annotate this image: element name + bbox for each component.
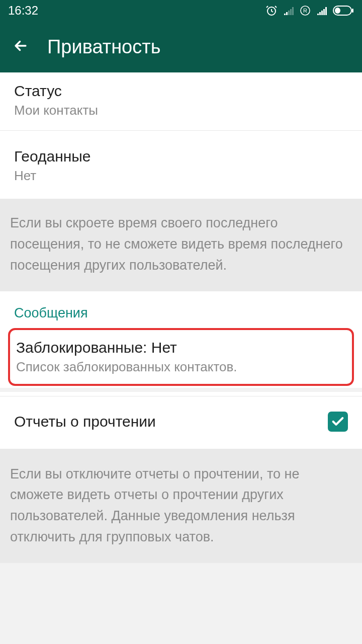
battery-icon — [333, 6, 354, 16]
page-title: Приватность — [47, 36, 160, 58]
r-circle-icon: R — [300, 5, 311, 16]
read-receipts-info: Если вы отключите отчеты о прочтении, то… — [0, 449, 362, 563]
setting-location[interactable]: Геоданные Нет — [0, 131, 362, 199]
read-receipts-checkbox[interactable] — [328, 412, 348, 432]
svg-rect-4 — [352, 9, 353, 13]
svg-rect-5 — [335, 8, 340, 14]
signal-weak-icon — [284, 6, 294, 16]
divider — [0, 392, 362, 396]
arrow-left-icon — [12, 37, 29, 54]
back-button[interactable] — [12, 37, 29, 56]
section-messages: Сообщения — [0, 291, 362, 326]
setting-read-receipts-title: Отчеты о прочтении — [14, 413, 328, 430]
setting-status[interactable]: Статус Мои контакты — [0, 72, 362, 130]
signal-full-icon — [317, 6, 327, 16]
last-seen-info: Если вы скроете время своего последнего … — [0, 199, 362, 291]
setting-read-receipts[interactable]: Отчеты о прочтении — [0, 396, 362, 449]
app-bar: Приватность — [0, 21, 362, 72]
setting-status-value: Мои контакты — [14, 103, 348, 118]
status-icons: R — [265, 5, 354, 17]
android-status-bar: 16:32 R — [0, 0, 362, 21]
setting-location-title: Геоданные — [14, 148, 348, 165]
setting-blocked-sub: Список заблокированных контактов. — [16, 359, 346, 375]
check-icon — [331, 415, 345, 429]
setting-blocked[interactable]: Заблокированные: Нет Список заблокирован… — [0, 326, 362, 388]
alarm-icon — [265, 5, 278, 17]
highlight-box: Заблокированные: Нет Список заблокирован… — [8, 328, 354, 386]
status-time: 16:32 — [8, 4, 38, 18]
setting-location-value: Нет — [14, 168, 348, 184]
setting-status-title: Статус — [14, 83, 348, 100]
setting-blocked-title: Заблокированные: Нет — [16, 339, 346, 356]
svg-text:R: R — [303, 8, 307, 14]
